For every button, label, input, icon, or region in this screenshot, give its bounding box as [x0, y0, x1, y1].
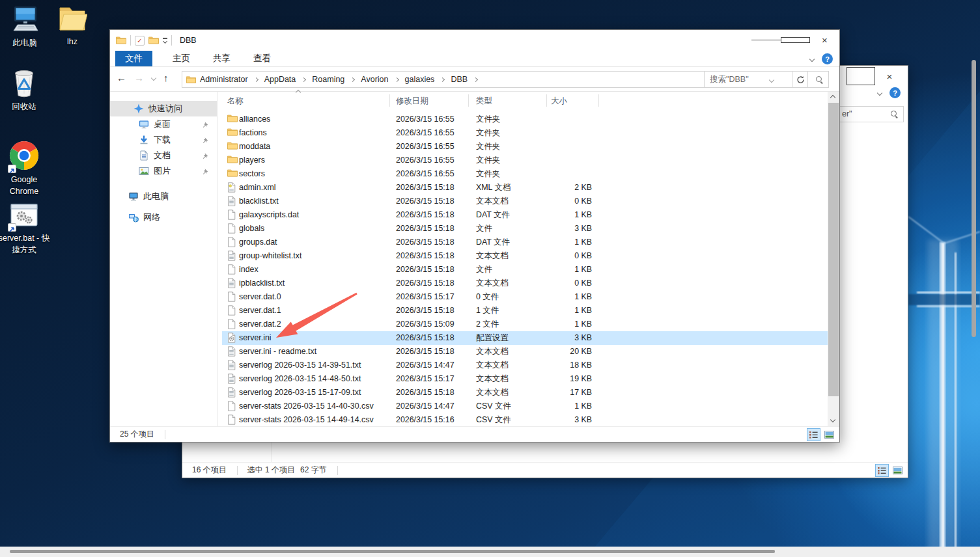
- minimize-button[interactable]: [751, 30, 781, 50]
- breadcrumb-item[interactable]: AppData: [263, 75, 298, 84]
- bw-details-view-button[interactable]: [875, 464, 889, 477]
- breadcrumb-chevron-icon[interactable]: [254, 77, 259, 81]
- address-bar[interactable]: AdministratorAppDataRoamingAvoriongalaxi…: [182, 71, 792, 88]
- new-folder-icon[interactable]: [148, 36, 159, 45]
- file-name: serverlog 2026-03-15 14-39-51.txt: [239, 359, 387, 372]
- file-date: 2026/3/15 15:18: [396, 331, 473, 345]
- breadcrumb-item[interactable]: DBB: [449, 75, 469, 84]
- sidebar-item-network[interactable]: 网络: [110, 209, 217, 226]
- file-row[interactable]: sectors2026/3/15 16:55文件夹: [222, 167, 828, 181]
- file-row[interactable]: factions2026/3/15 16:55文件夹: [222, 126, 828, 140]
- file-date: 2026/3/15 15:18: [396, 181, 473, 195]
- file-row[interactable]: server-stats 2026-03-15 14-40-30.csv2026…: [222, 400, 828, 413]
- breadcrumb-item[interactable]: Administrator: [199, 75, 249, 84]
- history-dropdown-icon[interactable]: [151, 75, 156, 80]
- shortcut-arrow-icon: [8, 223, 16, 232]
- breadcrumb-item[interactable]: galaxies: [404, 75, 436, 84]
- sidebar-item-pc[interactable]: 此电脑: [110, 188, 217, 205]
- maximize-button[interactable]: [781, 30, 810, 50]
- desktop-icon-big-folder[interactable]: lhz: [51, 5, 93, 48]
- file-row[interactable]: galaxyscripts.dat2026/3/15 15:18DAT 文件1 …: [222, 208, 828, 222]
- sidebar-item-pictures[interactable]: 图片: [110, 163, 217, 179]
- bw-close-button[interactable]: ×: [875, 67, 904, 85]
- file-list: 名称 修改日期 类型 大小 alliances2026/3/15 16:55文件…: [222, 92, 828, 426]
- file-name: server-stats 2026-03-15 14-40-30.csv: [239, 400, 387, 413]
- breadcrumb-chevron-icon[interactable]: [301, 77, 306, 81]
- ribbon-collapse-icon[interactable]: [809, 56, 815, 61]
- scroll-up-icon[interactable]: [830, 95, 835, 100]
- right-scrollbar-fragment[interactable]: [972, 60, 976, 337]
- tab-view[interactable]: 查看: [251, 51, 273, 66]
- file-row[interactable]: serverlog 2026-03-15 15-17-09.txt2026/3/…: [222, 386, 828, 400]
- file-row[interactable]: moddata2026/3/15 16:55文件夹: [222, 140, 828, 154]
- explorer-window[interactable]: ✓ DBB × 文件 主页 共享 查看 ? ←: [109, 29, 840, 442]
- thumbnail-view-button[interactable]: [822, 428, 836, 441]
- file-row[interactable]: admin.xml2026/3/15 15:18XML 文档2 KB: [222, 181, 828, 195]
- file-row[interactable]: blacklist.txt2026/3/15 15:18文本文档0 KB: [222, 195, 828, 208]
- file-row[interactable]: group-whitelist.txt2026/3/15 15:18文本文档0 …: [222, 249, 828, 263]
- search-box[interactable]: [704, 71, 829, 88]
- desktop-icon-this-pc[interactable]: 此电脑: [4, 5, 46, 49]
- file-name: server.ini - readme.txt: [239, 345, 387, 359]
- file-date: 2026/3/15 15:17: [396, 290, 473, 304]
- desktop-icon-chrome[interactable]: Google Chrome: [3, 141, 45, 197]
- column-header-name[interactable]: 名称: [227, 96, 244, 107]
- search-icon[interactable]: [815, 75, 824, 84]
- sidebar-item-documents[interactable]: 文档: [110, 148, 217, 163]
- breadcrumb-chevron-icon[interactable]: [350, 77, 355, 81]
- status-divider: [237, 466, 238, 475]
- file-date: 2026/3/15 14:47: [396, 359, 473, 372]
- file-row[interactable]: players2026/3/15 16:55文件夹: [222, 154, 828, 167]
- sidebar-item-label: 图片: [154, 165, 171, 177]
- close-icon: ×: [810, 35, 839, 45]
- file-row[interactable]: server.ini - readme.txt2026/3/15 15:18文本…: [222, 345, 828, 359]
- bw-maximize-button[interactable]: [847, 67, 875, 85]
- pin-icon: [202, 167, 209, 177]
- file-row[interactable]: serverlog 2026-03-15 14-39-51.txt2026/3/…: [222, 359, 828, 372]
- file-row[interactable]: serverlog 2026-03-15 14-48-50.txt2026/3/…: [222, 372, 828, 386]
- file-row[interactable]: alliances2026/3/15 16:55文件夹: [222, 113, 828, 126]
- bw-thumbnail-view-button[interactable]: [891, 464, 904, 477]
- vertical-scrollbar[interactable]: [828, 92, 839, 426]
- sidebar-item-quick-access[interactable]: 快速访问: [110, 101, 217, 116]
- search-input[interactable]: [705, 72, 828, 87]
- sidebar-item-desktop[interactable]: 桌面: [110, 116, 217, 132]
- file-row[interactable]: index2026/3/15 15:18文件1 KB: [222, 263, 828, 277]
- details-view-button[interactable]: [807, 428, 820, 441]
- help-icon[interactable]: ?: [822, 53, 833, 64]
- properties-icon[interactable]: ✓: [135, 36, 145, 46]
- title-bar[interactable]: ✓ DBB ×: [110, 30, 839, 51]
- file-size: 1 KB: [546, 400, 592, 413]
- breadcrumb-chevron-icon[interactable]: [394, 77, 399, 81]
- desktop-icon-bat-file[interactable]: server.bat - 快捷方式: [0, 203, 51, 256]
- file-row[interactable]: globals2026/3/15 15:18文件3 KB: [222, 222, 828, 236]
- column-header-type[interactable]: 类型: [476, 96, 492, 107]
- desktop-icon-recycle-bin[interactable]: 回收站: [3, 68, 45, 113]
- breadcrumb-item[interactable]: Roaming: [311, 75, 346, 84]
- column-header-date[interactable]: 修改日期: [396, 96, 428, 107]
- file-name: serverlog 2026-03-15 15-17-09.txt: [239, 386, 387, 400]
- scroll-down-icon[interactable]: [830, 417, 835, 422]
- tab-share[interactable]: 共享: [210, 51, 233, 66]
- back-button[interactable]: ←: [117, 72, 126, 83]
- forward-button[interactable]: →: [134, 72, 144, 83]
- file-size: 1 KB: [546, 263, 592, 277]
- bw-search-icon[interactable]: [890, 110, 899, 118]
- qat-customize-button[interactable]: [163, 38, 167, 42]
- file-size: 19 KB: [546, 372, 592, 386]
- breadcrumb-chevron-icon[interactable]: [473, 77, 478, 81]
- scrollbar-thumb[interactable]: [828, 103, 839, 396]
- bw-ribbon-collapse-icon[interactable]: [877, 90, 882, 95]
- tab-home[interactable]: 主页: [170, 51, 193, 66]
- up-button[interactable]: ↑: [163, 72, 169, 83]
- column-header-size[interactable]: 大小: [551, 96, 567, 107]
- file-date: 2026/3/15 15:18: [396, 345, 473, 359]
- breadcrumb-item[interactable]: Avorion: [359, 75, 389, 84]
- breadcrumb-chevron-icon[interactable]: [440, 77, 445, 81]
- sidebar-item-downloads[interactable]: 下载: [110, 132, 217, 148]
- file-row[interactable]: server-stats 2026-03-15 14-49-14.csv2026…: [222, 413, 828, 427]
- close-button[interactable]: ×: [810, 30, 839, 50]
- file-row[interactable]: groups.dat2026/3/15 15:18DAT 文件1 KB: [222, 236, 828, 249]
- tab-file[interactable]: 文件: [115, 51, 152, 66]
- bw-help-icon[interactable]: ?: [889, 87, 901, 98]
